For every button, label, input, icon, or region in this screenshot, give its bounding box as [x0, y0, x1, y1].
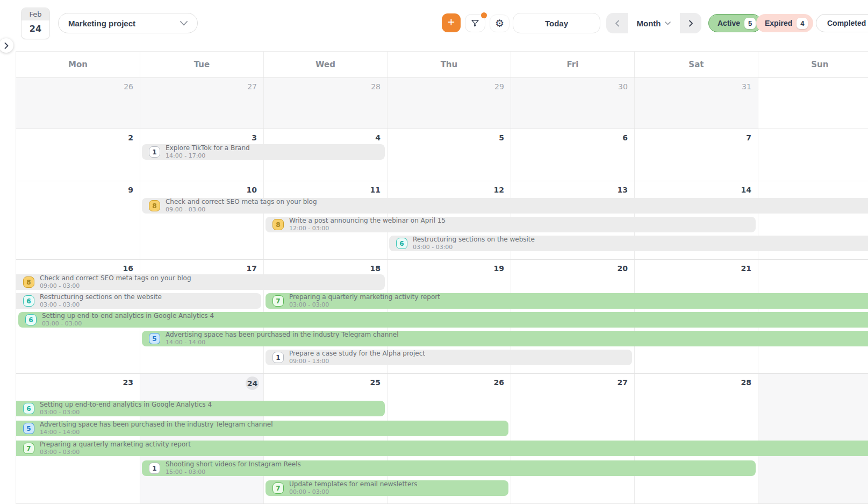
event-text: Advertising space has been purchased in … — [40, 421, 273, 436]
event-time: 03:00 - 03:00 — [42, 320, 214, 327]
date-number: 29 — [494, 82, 504, 91]
view-mode-select[interactable]: Month — [628, 13, 680, 33]
day-cell[interactable]: 24 — [140, 374, 263, 503]
prev-period-button[interactable] — [606, 13, 628, 33]
week-row-4: 1617181920218Check and correct SEO meta … — [16, 260, 868, 374]
today-button[interactable]: Today — [513, 13, 600, 33]
event-bar[interactable]: 7Preparing a quarterly marketing activit… — [266, 293, 868, 309]
event-count-badge: 6 — [25, 314, 37, 325]
day-cell[interactable]: 29 — [387, 78, 511, 129]
filter-button[interactable] — [465, 14, 485, 32]
chevron-down-icon — [665, 22, 671, 25]
event-text: Setting up end-to-end analytics in Googl… — [40, 401, 212, 416]
event-bar[interactable]: 7Update templates for email newsletters0… — [266, 480, 508, 496]
day-cell[interactable]: 28 — [634, 374, 758, 503]
chevron-left-icon — [615, 20, 620, 27]
day-cell[interactable]: 23 — [16, 374, 140, 503]
day-cell[interactable]: 26 — [16, 78, 140, 129]
event-time: 09:00 - 03:00 — [40, 282, 191, 289]
event-title: Preparing a quarterly marketing activity… — [289, 294, 440, 301]
day-cell[interactable] — [758, 78, 868, 129]
mini-date-badge: Feb 24 — [21, 8, 50, 39]
date-number: 30 — [618, 82, 628, 91]
event-count-badge: 6 — [23, 295, 34, 307]
add-task-button[interactable]: + — [442, 13, 461, 32]
filter-pill-active[interactable]: Active 5 — [708, 14, 762, 32]
event-title: Advertising space has been purchased in … — [40, 421, 273, 428]
event-bar[interactable]: 1Prepare a case study for the Alpha proj… — [266, 350, 632, 365]
event-title: Setting up end-to-end analytics in Googl… — [40, 401, 212, 408]
day-cell[interactable]: 10 — [140, 181, 263, 259]
event-bar[interactable]: 8Write a post announcing the webinar on … — [266, 217, 756, 232]
date-number: 4 — [375, 133, 381, 142]
event-count-badge: 7 — [272, 482, 284, 494]
event-bar[interactable]: 1Shooting short videos for Instagram Ree… — [142, 460, 756, 476]
event-text: Advertising space has been purchased in … — [166, 331, 399, 346]
date-number: 27 — [617, 378, 627, 387]
week-row-1: 262728293031 — [16, 78, 868, 129]
event-count-badge: 8 — [272, 219, 284, 230]
event-title: Shooting short videos for Instagram Reel… — [166, 461, 301, 468]
event-bar[interactable]: 8Check and correct SEO meta tags on your… — [142, 198, 868, 214]
day-cell[interactable]: 31 — [634, 78, 758, 129]
event-time: 03:00 - 03:00 — [40, 449, 191, 456]
day-cell[interactable]: 27 — [511, 374, 634, 503]
event-bar[interactable]: 6Setting up end-to-end analytics in Goog… — [16, 401, 385, 416]
day-cell[interactable] — [758, 374, 868, 503]
date-number: 23 — [123, 378, 133, 387]
day-header-tue: Tue — [140, 52, 263, 77]
event-title: Preparing a quarterly marketing activity… — [40, 441, 191, 448]
day-cell[interactable]: 9 — [16, 181, 140, 259]
plus-icon: + — [448, 16, 455, 29]
day-cell[interactable]: 30 — [511, 78, 634, 129]
event-title: Write a post announcing the webinar on A… — [289, 217, 446, 224]
event-text: Preparing a quarterly marketing activity… — [289, 294, 440, 308]
view-switcher: Month — [606, 13, 701, 33]
event-bar[interactable]: 7Preparing a quarterly marketing activit… — [16, 441, 868, 456]
event-bar[interactable]: 1Explore TikTok for a Brand14:00 - 17:00 — [142, 144, 385, 160]
day-header-thu: Thu — [387, 52, 511, 77]
day-cell[interactable] — [758, 129, 868, 181]
event-title: Explore TikTok for a Brand — [166, 145, 250, 152]
project-select-value: Marketing project — [68, 19, 135, 28]
day-cell[interactable]: 7 — [634, 129, 758, 181]
day-cell[interactable]: 5 — [387, 129, 511, 181]
day-cell[interactable]: 2 — [16, 129, 140, 181]
event-time: 09:00 - 03:00 — [166, 206, 317, 213]
day-cell[interactable]: 27 — [140, 78, 263, 129]
date-number: 26 — [493, 378, 504, 387]
event-count-badge: 7 — [23, 443, 34, 454]
funnel-icon — [470, 18, 480, 28]
event-bar[interactable]: 5Advertising space has been purchased in… — [16, 421, 508, 436]
event-title: Advertising space has been purchased in … — [166, 331, 399, 338]
week-row-5: 2324252627286Setting up end-to-end analy… — [16, 374, 868, 504]
date-number: 26 — [124, 82, 133, 91]
day-cell[interactable]: 28 — [263, 78, 387, 129]
event-title: Check and correct SEO meta tags on your … — [166, 198, 317, 205]
gear-icon: ⚙ — [495, 18, 504, 29]
day-header-row: MonTueWedThuFriSatSun — [16, 51, 868, 78]
event-bar[interactable]: 8Check and correct SEO meta tags on your… — [16, 274, 385, 290]
date-number: 12 — [493, 186, 504, 194]
filter-pill-active-count: 5 — [744, 18, 756, 29]
next-period-button[interactable] — [680, 13, 701, 33]
filter-pill-expired[interactable]: Expired 4 — [756, 14, 813, 32]
day-cell[interactable]: 6 — [511, 129, 634, 181]
filter-active-dot — [481, 12, 487, 18]
event-bar[interactable]: 6Restructuring sections on the website03… — [16, 293, 261, 309]
event-text: Check and correct SEO meta tags on your … — [40, 275, 191, 289]
project-select[interactable]: Marketing project — [58, 13, 198, 33]
mini-date-month: Feb — [21, 8, 49, 20]
sidebar-expand-button[interactable] — [0, 38, 13, 53]
date-number: 31 — [742, 82, 751, 91]
settings-button[interactable]: ⚙ — [490, 15, 510, 32]
filter-pill-completed[interactable]: Completed — [816, 14, 868, 32]
day-header-sat: Sat — [634, 52, 758, 77]
date-number: 13 — [617, 186, 627, 194]
event-text: Preparing a quarterly marketing activity… — [40, 441, 191, 456]
event-bar[interactable]: 6Setting up end-to-end analytics in Goog… — [18, 312, 868, 328]
date-number: 18 — [370, 264, 380, 273]
chevron-right-icon — [688, 20, 693, 27]
event-bar[interactable]: 6Restructuring sections on the website03… — [389, 236, 868, 251]
event-bar[interactable]: 5Advertising space has been purchased in… — [142, 331, 868, 346]
